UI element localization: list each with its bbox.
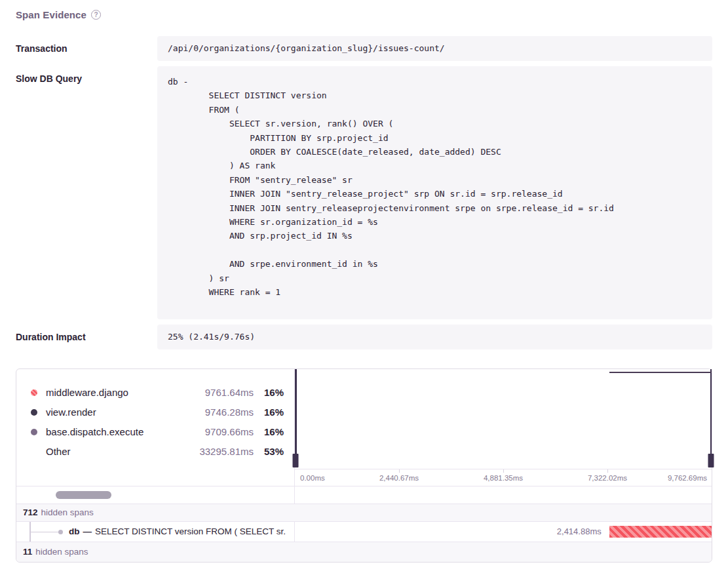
legend-op-name: middleware.django bbox=[46, 387, 193, 398]
transaction-value: /api/0/organizations/{organization_slug}… bbox=[157, 36, 712, 61]
scrollbar-track[interactable] bbox=[16, 486, 295, 504]
axis-tick bbox=[607, 469, 608, 473]
tree-connector-dot-icon bbox=[58, 530, 63, 534]
minimap-right-handle[interactable] bbox=[710, 369, 712, 467]
legend-dot-striped-icon bbox=[31, 389, 37, 396]
legend-op-name: view.render bbox=[46, 406, 193, 418]
time-axis: 0.00ms 2,440.67ms 4,881.35ms 7,322.02ms … bbox=[295, 469, 712, 486]
transaction-label: Transaction bbox=[16, 36, 157, 54]
span-duration-bar bbox=[609, 526, 712, 538]
minimap-right-grip[interactable] bbox=[708, 454, 714, 467]
section-header: Span Evidence ? bbox=[16, 9, 712, 20]
minimap-left-handle[interactable] bbox=[295, 369, 297, 467]
legend-op-percent: 16% bbox=[254, 406, 284, 418]
legend-row: middleware.django 9761.64ms 16% bbox=[31, 383, 284, 403]
hidden-spans-label: hidden spans bbox=[35, 547, 88, 557]
span-description: db — SELECT DISTINCT version FROM ( SELE… bbox=[69, 522, 293, 542]
duration-impact-label: Duration Impact bbox=[16, 325, 157, 342]
axis-label: 9,762.69ms bbox=[668, 474, 707, 482]
legend-row: Other 33295.81ms 53% bbox=[31, 442, 284, 462]
span-duration-text: 2,414.88ms bbox=[557, 522, 607, 542]
hidden-spans-row-after: 11 hidden spans bbox=[16, 542, 712, 562]
span-tree-header: middleware.django 9761.64ms 16% view.ren… bbox=[16, 369, 712, 486]
legend-dot-icon bbox=[31, 429, 37, 435]
scrollbar-row-spacer bbox=[295, 486, 712, 504]
axis-tick bbox=[503, 469, 504, 473]
axis-label: 0.00ms bbox=[300, 474, 325, 482]
axis-tick bbox=[399, 469, 400, 473]
trace-minimap[interactable] bbox=[295, 369, 712, 469]
transaction-field: Transaction /api/0/organizations/{organi… bbox=[16, 36, 712, 61]
span-row-db[interactable]: db — SELECT DISTINCT version FROM ( SELE… bbox=[16, 521, 712, 542]
legend-op-percent: 16% bbox=[254, 426, 284, 437]
span-op: db bbox=[69, 526, 80, 536]
legend-row: base.dispatch.execute 9709.66ms 16% bbox=[31, 422, 284, 442]
axis-label: 2,440.67ms bbox=[379, 474, 419, 482]
scrollbar-row bbox=[16, 486, 712, 504]
tree-connector-horizontal bbox=[29, 532, 60, 533]
span-evidence-section: Span Evidence ? Transaction /api/0/organ… bbox=[0, 0, 728, 563]
legend-op-name: base.dispatch.execute bbox=[46, 426, 193, 437]
legend-op-duration: 9709.66ms bbox=[193, 426, 254, 437]
page-title: Span Evidence bbox=[16, 9, 86, 20]
span-op-legend: middleware.django 9761.64ms 16% view.ren… bbox=[16, 369, 295, 486]
legend-op-percent: 16% bbox=[254, 387, 284, 398]
span-row-bar-cell: 2,414.88ms bbox=[295, 522, 712, 542]
duration-impact-field: Duration Impact 25% (2.41s/9.76s) bbox=[16, 325, 712, 349]
axis-label: 7,322.02ms bbox=[588, 474, 627, 482]
duration-impact-value: 25% (2.41s/9.76s) bbox=[157, 325, 712, 349]
legend-op-duration: 9761.64ms bbox=[193, 387, 254, 398]
legend-row: view.render 9746.28ms 16% bbox=[31, 403, 284, 422]
span-tree-panel: middleware.django 9761.64ms 16% view.ren… bbox=[16, 368, 712, 563]
horizontal-scrollbar-thumb[interactable] bbox=[56, 491, 111, 499]
legend-op-duration: 9746.28ms bbox=[193, 406, 254, 418]
axis-label: 4,881.35ms bbox=[484, 474, 523, 482]
hidden-spans-count: 712 bbox=[23, 507, 38, 517]
slow-db-query-field: Slow DB Query db - SELECT DISTINCT versi… bbox=[16, 66, 712, 319]
hidden-spans-label: hidden spans bbox=[41, 507, 94, 517]
legend-dot-placeholder bbox=[31, 448, 37, 455]
legend-dot-icon bbox=[31, 409, 37, 416]
minimap-span-bar bbox=[609, 372, 712, 374]
span-query-text: SELECT DISTINCT version FROM ( SELECT sr… bbox=[95, 526, 286, 536]
slow-db-query-value: db - SELECT DISTINCT version FROM ( SELE… bbox=[157, 66, 712, 319]
slow-db-query-label: Slow DB Query bbox=[16, 66, 157, 84]
legend-op-percent: 53% bbox=[254, 446, 284, 457]
hidden-spans-count: 11 bbox=[23, 547, 32, 557]
span-row-description-cell: db — SELECT DISTINCT version FROM ( SELE… bbox=[16, 522, 295, 542]
legend-op-duration: 33295.81ms bbox=[193, 446, 254, 457]
span-separator: — bbox=[83, 526, 92, 536]
hidden-spans-row-before: 712 hidden spans bbox=[16, 504, 712, 521]
legend-op-name: Other bbox=[46, 446, 193, 457]
minimap-left-grip[interactable] bbox=[293, 454, 299, 467]
help-icon[interactable]: ? bbox=[91, 10, 101, 20]
minimap-column: 0.00ms 2,440.67ms 4,881.35ms 7,322.02ms … bbox=[295, 369, 712, 486]
